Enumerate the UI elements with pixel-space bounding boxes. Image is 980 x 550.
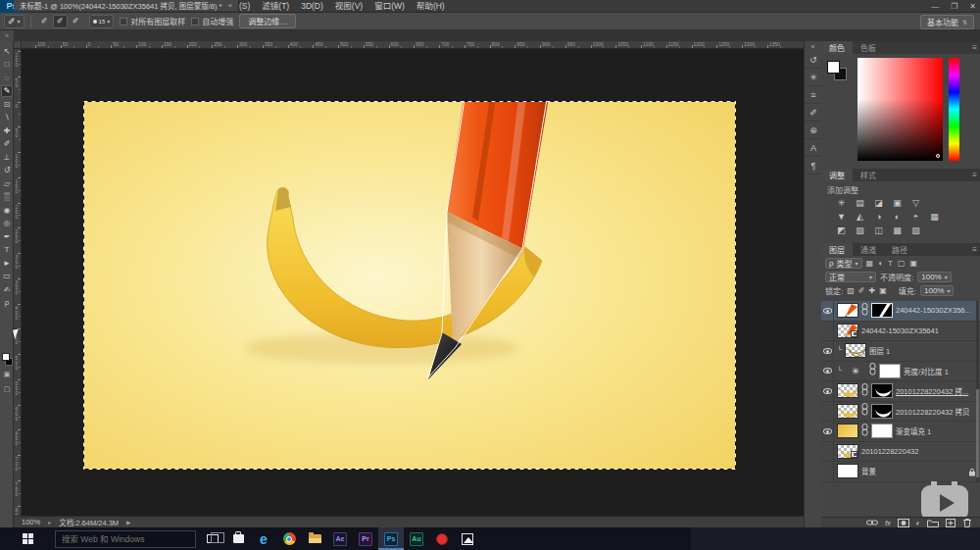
layer-row[interactable]: 20101228220432 拷贝 xyxy=(821,402,980,423)
filter-type-icon[interactable]: T xyxy=(888,259,893,268)
tab-paths[interactable]: 路径 xyxy=(884,243,915,256)
color-lookup-icon[interactable]: ▦ xyxy=(928,211,941,223)
visibility-toggle[interactable] xyxy=(821,462,834,481)
tab-swatches[interactable]: 色板 xyxy=(853,41,884,54)
brush-size-picker[interactable]: 15 ▾ xyxy=(89,15,115,28)
hue-slider[interactable] xyxy=(949,58,959,161)
layer-row[interactable]: 背景 xyxy=(821,462,980,482)
task-view-icon[interactable] xyxy=(200,527,225,550)
lock-pixels-icon[interactable]: ✐ xyxy=(858,286,865,295)
photoshop-icon[interactable]: Ps xyxy=(378,527,404,550)
opacity-input[interactable]: 100% ▾ xyxy=(917,272,951,282)
clone-source-panel-icon[interactable]: ⊕ xyxy=(805,122,822,139)
photos-icon[interactable] xyxy=(455,527,480,550)
exposure-icon[interactable]: ▣ xyxy=(891,197,904,209)
recorder-icon[interactable] xyxy=(429,527,455,550)
new-group-icon[interactable] xyxy=(927,519,939,527)
lock-all-icon[interactable]: ▣ xyxy=(879,286,887,295)
layer-row[interactable]: └图层 1 xyxy=(821,341,980,362)
info-panel-icon[interactable]: ≡ xyxy=(805,86,822,104)
color-field[interactable] xyxy=(858,58,943,161)
blend-mode-dropdown[interactable]: 正常 ▾ xyxy=(825,272,876,282)
character-panel-icon[interactable]: A xyxy=(805,139,822,157)
sample-all-layers-checkbox[interactable]: 对所有图层取样 xyxy=(120,16,185,26)
filter-shape-icon[interactable]: ▢ xyxy=(898,259,906,268)
new-selection-button[interactable]: ✐ xyxy=(37,15,52,28)
type-tool[interactable]: T xyxy=(1,244,13,256)
tab-channels[interactable]: 通道 xyxy=(853,243,884,256)
layer-thumbnail[interactable] xyxy=(837,303,858,318)
new-adjustment-icon[interactable]: ◐ xyxy=(916,520,920,526)
layer-thumbnail[interactable] xyxy=(837,404,858,419)
visibility-toggle[interactable] xyxy=(821,322,834,341)
gradient-tool[interactable]: ▒ xyxy=(1,191,13,203)
layer-thumbnail[interactable] xyxy=(837,464,858,478)
blur-tool[interactable]: ◉ xyxy=(1,204,13,216)
visibility-toggle[interactable] xyxy=(821,341,834,361)
layer-row[interactable]: 20101228220432 拷... xyxy=(821,381,980,402)
layer-row[interactable]: └✳亮度/对比度 1 xyxy=(821,362,980,382)
vibrance-icon[interactable]: ▽ xyxy=(909,197,922,209)
levels-icon[interactable]: ▤ xyxy=(854,197,866,209)
foreground-color-swatch[interactable] xyxy=(2,353,10,361)
hand-tool[interactable]: ✍ xyxy=(1,283,13,295)
layer-thumbnail[interactable] xyxy=(837,424,858,438)
link-layers-icon[interactable] xyxy=(866,519,878,526)
eraser-tool[interactable]: ▱ xyxy=(1,177,13,189)
paragraph-panel-icon[interactable]: ¶ xyxy=(805,157,822,175)
vertical-ruler[interactable]: 1005005010015020025030035040045050055060… xyxy=(14,49,22,516)
curves-icon[interactable]: ◪ xyxy=(872,197,885,209)
filter-adjustment-icon[interactable]: ◐ xyxy=(878,259,883,268)
start-button[interactable] xyxy=(0,527,55,550)
layer-mask-thumbnail[interactable] xyxy=(871,424,893,438)
filter-kind-dropdown[interactable]: ρ 类型 ▾ xyxy=(825,258,862,269)
invert-icon[interactable]: ◩ xyxy=(835,225,848,236)
canvas-artwork[interactable] xyxy=(83,101,736,470)
layer-thumbnail[interactable] xyxy=(845,343,866,358)
brush-presets-panel-icon[interactable]: ✐ xyxy=(805,104,822,122)
toolbox-collapse-button[interactable]: » xyxy=(0,30,14,41)
layer-name[interactable]: 图层 1 xyxy=(869,345,978,356)
edge-icon[interactable]: e xyxy=(251,527,276,550)
visibility-toggle[interactable] xyxy=(821,301,834,321)
horizontal-ruler[interactable]: 1005005010015020025030035040045050055060… xyxy=(14,41,804,49)
layer-name[interactable]: 亮度/对比度 1 xyxy=(904,366,978,376)
marquee-tool[interactable]: □ xyxy=(1,59,13,71)
layer-row[interactable]: 240442-15030ZX356... xyxy=(821,301,980,322)
history-panel-icon[interactable]: ↺ xyxy=(805,51,822,69)
zoom-tool[interactable]: ρ xyxy=(1,297,13,309)
screen-mode-button[interactable]: ▢ xyxy=(1,384,13,394)
layer-thumbnail[interactable] xyxy=(837,444,858,459)
new-layer-icon[interactable] xyxy=(946,519,956,527)
layer-name[interactable]: 240442-15030ZX35641 xyxy=(861,326,978,335)
layer-name[interactable]: 背景 xyxy=(861,466,965,476)
layer-row[interactable]: 240442-15030ZX35641 xyxy=(821,322,980,342)
search-input[interactable] xyxy=(55,530,196,548)
menu-item-10[interactable]: 帮助(H) xyxy=(411,0,451,13)
layers-scrollbar[interactable] xyxy=(976,301,979,482)
fill-input[interactable]: 100% ▾ xyxy=(920,285,954,296)
brush-tool[interactable]: ✐ xyxy=(1,138,13,150)
tab-layers[interactable]: 图层 xyxy=(821,243,853,256)
black-white-icon[interactable]: ◑ xyxy=(872,211,885,223)
tab-close-icon[interactable]: × xyxy=(227,1,232,10)
tab-adjustments[interactable]: 调整 xyxy=(821,169,853,181)
visibility-toggle[interactable] xyxy=(821,442,834,462)
store-icon[interactable] xyxy=(225,527,251,550)
lasso-tool[interactable]: ◌ xyxy=(1,72,13,83)
layer-name[interactable]: 20101228220432 xyxy=(861,447,978,456)
lock-transparency-icon[interactable]: ▨ xyxy=(847,286,855,295)
layer-name[interactable]: 20101228220432 拷... xyxy=(896,385,978,396)
layer-mask-thumbnail[interactable] xyxy=(879,364,901,378)
visibility-toggle[interactable] xyxy=(821,362,834,381)
history-brush-tool[interactable]: ↺ xyxy=(1,165,13,176)
refine-edge-button[interactable]: 调整边缘… xyxy=(239,14,296,28)
document-tab[interactable]: 未标题-1 @ 100%(240442-15030ZX35641 拷贝, 图层蒙… xyxy=(14,0,239,11)
layer-style-icon[interactable]: fx xyxy=(885,520,890,526)
menu-item-7[interactable]: 3D(D) xyxy=(295,0,329,13)
panel-menu-icon[interactable]: ≡ xyxy=(972,43,977,52)
menu-item-9[interactable]: 窗口(W) xyxy=(368,0,411,13)
shape-tool[interactable]: ▭ xyxy=(1,271,13,282)
menu-item-8[interactable]: 视图(V) xyxy=(329,0,368,13)
threshold-icon[interactable]: ◫ xyxy=(872,225,885,236)
